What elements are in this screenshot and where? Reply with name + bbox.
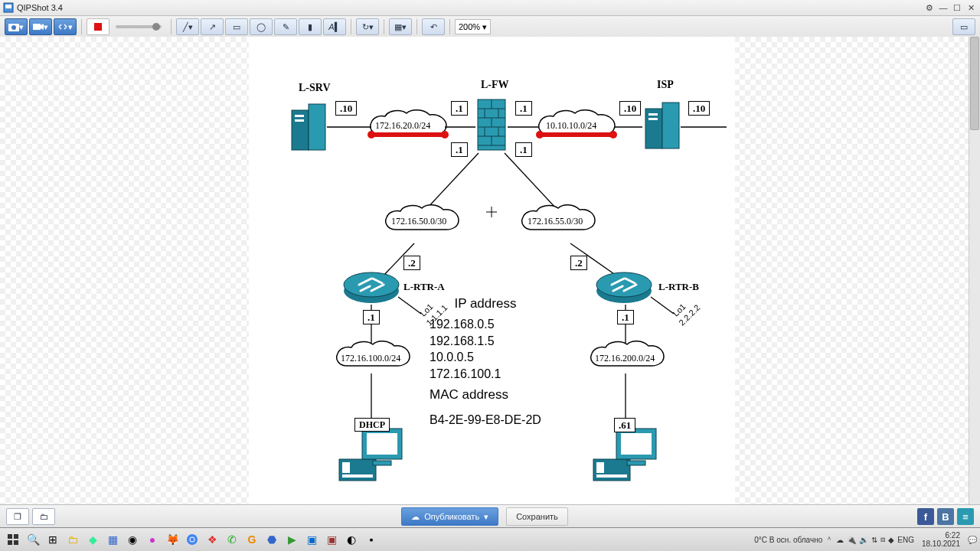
app6-icon[interactable]: ⬣ — [263, 531, 280, 548]
svg-rect-72 — [627, 461, 645, 465]
ip-rtra-b: .1 — [363, 310, 380, 324]
app9-icon[interactable]: ▣ — [323, 531, 340, 548]
svg-rect-4 — [33, 24, 41, 30]
chrome-icon[interactable] — [184, 531, 201, 548]
tray-app-icon[interactable]: ◆ — [888, 536, 894, 544]
svg-rect-66 — [373, 461, 391, 465]
line-tool-button[interactable]: ╱▾ — [176, 18, 199, 35]
main-toolbar: ▾ ▾ ▾ ╱▾ ↗ ▭ ◯ ✎ ▮ A▍ ↻▾ ▦▾ ↶ 200% ▾ ▭ — [0, 16, 980, 38]
minimize-button[interactable]: — — [937, 2, 949, 13]
ip-fw-lb: .1 — [451, 142, 468, 157]
copy-icon[interactable]: ❐ — [6, 508, 29, 525]
ellipse-tool-button[interactable]: ◯ — [250, 18, 273, 35]
lrtrb-icon — [593, 268, 655, 308]
svg-rect-73 — [8, 534, 12, 539]
lrtra-icon — [341, 268, 402, 308]
app-bottombar: ❐ 🗀 ☁ Опубликовать ▾ Сохранить f B ≡ — [0, 504, 980, 528]
ip-fw-rt: .1 — [515, 101, 532, 116]
canvas[interactable]: L-SRV L-FW ISP 172.16.20.0/24 10.10.10.0… — [0, 37, 969, 505]
ip-fw-lt: .1 — [451, 101, 468, 116]
weather-widget[interactable]: 0°C В осн. облачно — [754, 536, 822, 544]
publish-button[interactable]: ☁ Опубликовать ▾ — [401, 507, 498, 526]
maximize-button[interactable]: ☐ — [951, 2, 963, 13]
record-video-button[interactable]: ▾ — [29, 18, 52, 35]
grid-button[interactable]: ▦▾ — [389, 18, 412, 35]
app7-icon[interactable]: ▶ — [283, 531, 300, 548]
tray-volume-icon[interactable]: 🔉 — [859, 536, 868, 544]
stop-record-button[interactable] — [87, 18, 109, 35]
app-title: QIPShot 3.4 — [17, 3, 63, 12]
info-l4: 172.16.100.1 — [430, 366, 541, 383]
start-button[interactable] — [5, 531, 21, 548]
svg-rect-69 — [596, 474, 627, 478]
tray-cloud-icon[interactable]: ☁ — [836, 536, 844, 544]
capture-screenshot-button[interactable]: ▾ — [5, 18, 28, 35]
system-tray[interactable]: 0°C В осн. облачно ＾ ☁ 🔌 🔉 ⇅ ⧈ ◆ ENG 6:2… — [754, 531, 977, 548]
info-l3: 10.0.0.5 — [430, 349, 541, 366]
fullscreen-button[interactable]: ▾ — [54, 18, 77, 35]
diagram-page: L-SRV L-FW ISP 172.16.20.0/24 10.10.10.0… — [249, 37, 735, 505]
app1-icon[interactable]: ◆ — [84, 531, 101, 548]
rotate-button[interactable]: ↻▾ — [356, 18, 379, 35]
app10-icon[interactable]: ◐ — [343, 531, 360, 548]
net5-label: 172.16.100.0/24 — [341, 354, 400, 363]
app-icon — [3, 2, 14, 13]
pencil-tool-button[interactable]: ✎ — [274, 18, 297, 35]
zoom-select[interactable]: 200% ▾ — [455, 19, 491, 34]
svg-rect-76 — [14, 540, 18, 545]
taskview-icon[interactable]: ⊞ — [44, 531, 61, 548]
tray-notifications-icon[interactable]: 💬 — [968, 536, 977, 544]
svg-line-37 — [426, 153, 479, 209]
opacity-slider[interactable] — [116, 25, 162, 28]
lrtrb-label: L-RTR-B — [658, 282, 699, 292]
dhcp-label: DHCP — [354, 418, 390, 432]
info-l5: B4-2E-99-E8-DE-2D — [430, 412, 541, 429]
vertical-scrollbar[interactable] — [969, 37, 980, 505]
app2-icon[interactable]: ◉ — [124, 531, 141, 548]
net4-label: 172.16.55.0/30 — [528, 217, 583, 226]
net6-label: 172.16.200.0/24 — [595, 354, 655, 363]
pc-b-icon — [586, 424, 662, 485]
search-icon[interactable]: 🔍 — [24, 531, 41, 548]
tray-lang[interactable]: ENG — [897, 536, 914, 544]
calendar-icon[interactable]: ▭ — [952, 18, 975, 35]
info-h1: IP address — [430, 295, 541, 313]
net3-label: 172.16.50.0/30 — [391, 217, 446, 226]
whatsapp-icon[interactable]: ✆ — [224, 531, 240, 548]
tray-net-icon[interactable]: ⇅ — [871, 536, 877, 544]
save-button[interactable]: Сохранить — [506, 507, 568, 526]
svg-rect-75 — [8, 540, 12, 545]
rect-tool-button[interactable]: ▭ — [225, 18, 248, 35]
info-h2: MAC address — [430, 386, 541, 404]
arrow-tool-button[interactable]: ↗ — [201, 18, 224, 35]
explorer-icon[interactable]: 🗀 — [64, 531, 81, 548]
app4-icon[interactable]: ❖ — [204, 531, 220, 548]
ip-isp-r: .10 — [688, 101, 710, 116]
facebook-icon[interactable]: f — [917, 508, 934, 525]
vk-icon[interactable]: B — [937, 508, 954, 525]
svg-point-79 — [191, 538, 194, 542]
tray-chevron-icon[interactable]: ＾ — [825, 534, 833, 545]
app3-icon[interactable]: ● — [144, 531, 161, 548]
crosshair-cursor — [486, 207, 497, 217]
app5-icon[interactable]: G — [243, 531, 260, 548]
undo-button[interactable]: ↶ — [422, 18, 445, 35]
ip-rtrb-t: .2 — [570, 256, 587, 270]
svg-rect-62 — [342, 462, 350, 473]
calc-icon[interactable]: ▦ — [104, 531, 121, 548]
info-l1: 192.168.0.5 — [430, 316, 541, 333]
highlighter-tool-button[interactable]: ▮ — [299, 18, 322, 35]
terminal-icon[interactable]: ▪ — [363, 531, 380, 548]
clock[interactable]: 6:2218.10.2021 — [922, 531, 960, 548]
settings-icon[interactable]: ⚙ — [923, 2, 936, 13]
close-button[interactable]: ✕ — [965, 2, 977, 13]
lrtra-label: L-RTR-A — [403, 282, 445, 292]
ip-isp-l: .10 — [619, 101, 641, 116]
firefox-icon[interactable]: 🦊 — [164, 531, 181, 548]
share-icon[interactable]: ≡ — [957, 508, 974, 525]
tray-dropbox-icon[interactable]: ⧈ — [880, 535, 885, 544]
folder-icon[interactable]: 🗀 — [32, 508, 55, 525]
tray-power-icon[interactable]: 🔌 — [847, 536, 856, 544]
text-tool-button[interactable]: A▍ — [323, 18, 346, 35]
app8-icon[interactable]: ▣ — [303, 531, 320, 548]
